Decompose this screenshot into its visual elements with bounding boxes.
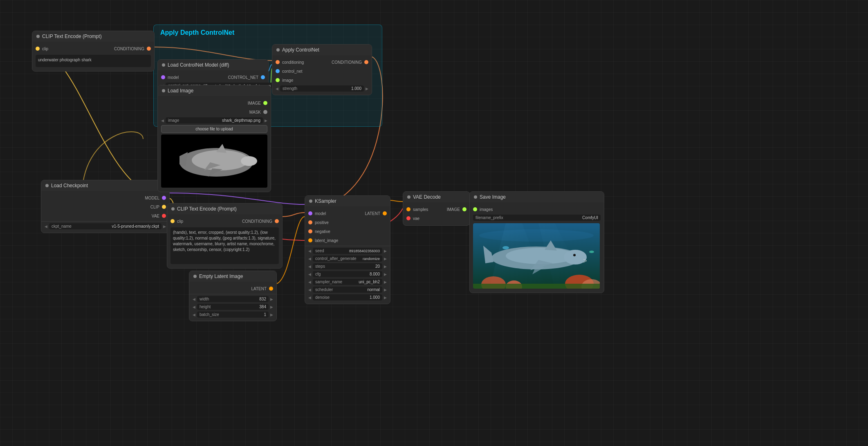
vae-in-label: vae [413, 216, 419, 221]
width-field-row: ◀ width 832 ▶ [189, 295, 276, 303]
batch-label: batch_size [200, 312, 262, 317]
scheduler-left-arrow[interactable]: ◀ [308, 288, 311, 292]
width-left-arrow[interactable]: ◀ [193, 297, 195, 301]
clip-in-label: clip [42, 47, 48, 51]
denoise-left-arrow[interactable]: ◀ [308, 296, 311, 300]
vae-out-port[interactable] [162, 214, 166, 218]
denoise-value: 1.000 [370, 295, 380, 300]
filename-field-row: filename_prefix ComfyUI [470, 214, 604, 222]
clip-in-port2[interactable] [170, 219, 175, 223]
save-image-header: Save Image [470, 192, 604, 202]
clip-text-1-textarea[interactable]: underwater photograph shark [36, 55, 151, 67]
steps-field-row: ◀ steps 20 ▶ [305, 262, 390, 270]
ksampler-title: KSampler [315, 198, 336, 204]
controlnet-model-label: model [168, 75, 179, 80]
conditioning-in-label: conditioning [282, 60, 304, 65]
mask-out-port[interactable] [263, 110, 267, 114]
vae-in-port[interactable] [406, 216, 410, 220]
strength-field-row: ◀ strength 1.000 ▶ [272, 85, 372, 92]
ckpt-value: v1-5-pruned-emaonly.ckpt [112, 224, 159, 229]
latent-image-in-label: latent_image [315, 238, 338, 243]
images-in-port[interactable] [473, 207, 477, 211]
model-in-label: model [315, 211, 326, 216]
positive-in-port[interactable] [308, 220, 312, 224]
clip-out-label: CLIP [150, 205, 159, 209]
latent-image-in-port[interactable] [308, 238, 312, 242]
control-net-in-port[interactable] [276, 69, 280, 73]
samples-in-port[interactable] [406, 207, 410, 211]
control-net-in-label: control_net [282, 69, 302, 74]
svg-point-25 [502, 246, 509, 249]
control-after-left-arrow[interactable]: ◀ [308, 257, 311, 261]
negative-in-port[interactable] [308, 229, 312, 233]
image-in-port[interactable] [276, 78, 280, 82]
control-after-right-arrow[interactable]: ▶ [384, 257, 387, 261]
svg-point-2 [192, 150, 249, 170]
model-in-port[interactable] [308, 211, 312, 215]
sampler-name-right-arrow[interactable]: ▶ [384, 280, 387, 284]
model-in-row: model LATENT [305, 209, 390, 218]
seed-left-arrow[interactable]: ◀ [308, 249, 311, 253]
shark-image-display [161, 134, 267, 188]
cfg-right-arrow[interactable]: ▶ [384, 272, 387, 276]
mask-out-label: MASK [249, 110, 261, 114]
conditioning-out-port3[interactable] [275, 219, 279, 223]
image-field-label: image [168, 118, 220, 123]
conditioning-out-port[interactable] [147, 47, 151, 51]
save-image-dot [474, 195, 477, 199]
samples-in-label: samples [413, 207, 428, 212]
control-net-out-port[interactable] [261, 75, 265, 79]
latent-out-port2[interactable] [269, 287, 273, 291]
seed-value: 891858402356003 [349, 249, 380, 253]
ckpt-left-arrow[interactable]: ◀ [45, 224, 47, 229]
apply-controlnet-dot [276, 48, 280, 52]
latent-out-port[interactable] [383, 211, 387, 215]
upload-button[interactable]: choose file to upload [161, 125, 267, 133]
conditioning-in-port[interactable] [276, 60, 280, 64]
batch-left-arrow[interactable]: ◀ [193, 313, 195, 317]
control-net-in-row: control_net [272, 67, 372, 76]
cfg-left-arrow[interactable]: ◀ [308, 272, 311, 276]
ckpt-field-row: ◀ ckpt_name v1-5-pruned-emaonly.ckpt ▶ [41, 222, 169, 230]
ksampler-node: KSampler model LATENT positive negative … [305, 195, 390, 304]
filename-label: filename_prefix [475, 215, 581, 220]
clip-port-row2: CLIP [41, 202, 169, 211]
load-checkpoint-title: Load Checkpoint [51, 183, 88, 188]
image-right-arrow[interactable]: ▶ [265, 119, 267, 123]
clip-text-encode-1-dot [36, 35, 40, 38]
controlnet-model-in-port[interactable] [161, 75, 165, 79]
model-out-port[interactable] [162, 196, 166, 200]
clip-text-2-textarea[interactable]: (hands), text, error, cropped, (worst qu… [170, 227, 279, 264]
batch-value: 1 [264, 312, 266, 317]
ksampler-dot [309, 199, 312, 203]
load-image-title: Load Image [168, 88, 193, 94]
image-out-port2[interactable] [462, 207, 467, 211]
clip-in-label2: clip [177, 219, 183, 224]
denoise-right-arrow[interactable]: ▶ [384, 296, 387, 300]
steps-right-arrow[interactable]: ▶ [384, 264, 387, 269]
clip-out-port[interactable] [162, 205, 166, 209]
width-right-arrow[interactable]: ▶ [270, 297, 273, 301]
steps-left-arrow[interactable]: ◀ [308, 264, 311, 269]
image-out-port[interactable] [263, 101, 267, 105]
control-net-out-label: CONTROL_NET [228, 75, 258, 80]
strength-left-arrow[interactable]: ◀ [276, 87, 278, 91]
scheduler-right-arrow[interactable]: ▶ [384, 288, 387, 292]
height-right-arrow[interactable]: ▶ [270, 305, 273, 309]
clip-in-port[interactable] [36, 47, 40, 51]
image-left-arrow[interactable]: ◀ [161, 119, 164, 123]
latent-out-label: LATENT [365, 211, 380, 216]
images-in-row: images [470, 205, 604, 214]
strength-field-bg: strength 1.000 [280, 85, 364, 92]
sampler-name-left-arrow[interactable]: ◀ [308, 280, 311, 284]
strength-right-arrow[interactable]: ▶ [366, 87, 368, 91]
clip-text-encode-2-node: CLIP Text Encode (Prompt) clip CONDITION… [167, 203, 283, 269]
ckpt-right-arrow[interactable]: ▶ [163, 224, 166, 229]
positive-in-label: positive [315, 220, 329, 225]
conditioning-out-port2[interactable] [364, 60, 368, 64]
batch-right-arrow[interactable]: ▶ [270, 313, 273, 317]
height-left-arrow[interactable]: ◀ [193, 305, 195, 309]
sampler-name-field-row: ◀ sampler_name uni_pc_bh2 ▶ [305, 278, 390, 286]
ksampler-header: KSampler [305, 196, 390, 206]
seed-right-arrow[interactable]: ▶ [384, 249, 387, 253]
